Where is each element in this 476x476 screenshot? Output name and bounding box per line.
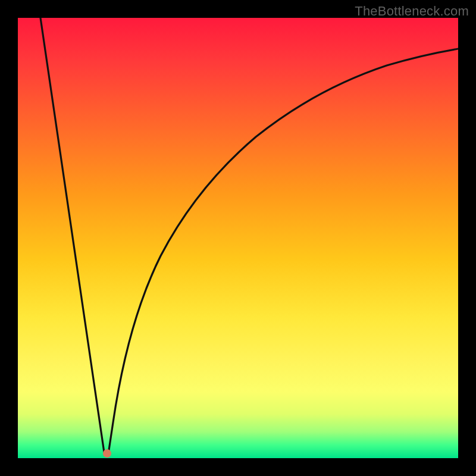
curve-left-limb (40, 18, 104, 452)
vertex-marker (103, 449, 111, 458)
plot-area (18, 18, 458, 458)
watermark-text: TheBottleneck.com (355, 4, 469, 19)
curve-right-limb (108, 49, 458, 454)
chart-frame: TheBottleneck.com (0, 0, 476, 476)
bottleneck-curve (18, 18, 458, 458)
